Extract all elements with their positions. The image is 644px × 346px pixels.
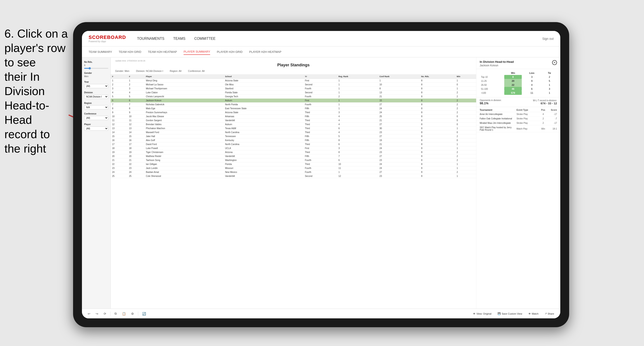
panel-header: Update time: 27/03/2024 16:56:26 Player … (111, 57, 476, 74)
player-rank: 5 (111, 95, 128, 99)
h2h-title: In Division Head-to-Head (480, 60, 514, 63)
table-row[interactable]: 25 25 Cole Sherwood Vanderbilt Second 12… (111, 174, 476, 178)
table-row[interactable]: 2 2 Michael La Sasso Ole Miss Second 1 1… (111, 83, 476, 87)
table-row[interactable]: 19 19 Tiger Christensen Arizona Third 8 … (111, 150, 476, 154)
nav-committee[interactable]: COMMITTEE (194, 36, 216, 42)
player-school: East Tennessee State (224, 107, 304, 111)
region-select[interactable]: N/A (84, 105, 108, 109)
table-row[interactable]: 4 4 Luke Claton Florida State Second 1 1… (111, 91, 476, 95)
player-yr: First (304, 146, 337, 150)
table-row[interactable]: 24 24 Bastian Amat New Mexico Fourth 1 2… (111, 170, 476, 174)
table-row[interactable]: 15 15 Jake Hall Tennessee Fifth 5 27 8 2 (111, 134, 476, 138)
player-reg-rank: 4 (337, 115, 378, 119)
tournament-row[interactable]: SEC Match Play hosted by Jerry Pate Roun… (476, 125, 560, 132)
tournament-row[interactable]: Fallon Oak Collegiate Invitational Strok… (476, 117, 560, 121)
year-select[interactable]: (All) (84, 84, 108, 88)
tournament-pos: 4 (538, 113, 548, 115)
player-conf-rank: 30 (378, 127, 420, 131)
table-row[interactable]: 16 16 Alex Goff Kentucky Fifth 8 19 8 0 (111, 138, 476, 142)
table-row[interactable]: 13 13 Phichaksn Maichon Texas A&M Third … (111, 127, 476, 131)
tab-player-h2h-grid[interactable]: PLAYER H2H GRID (217, 49, 242, 55)
player-yr: Third (304, 127, 337, 131)
tab-team-h2h-heatmap[interactable]: TEAM H2H HEATMAP (148, 49, 177, 55)
player-num: 3 (128, 87, 144, 91)
nav-teams[interactable]: TEAMS (173, 36, 185, 42)
table-row[interactable]: 14 14 Maxwell Ford North Carolina Third … (111, 131, 476, 134)
player-conf-rank: 27 (378, 170, 420, 174)
tablet-frame: SCOREBOARD Powered by clippi TOURNAMENTS… (73, 22, 569, 327)
col-no-rds: No. Rds. (420, 74, 455, 79)
player-name: Michael La Sasso (144, 83, 224, 87)
view-original-button[interactable]: 👁 View: Original (471, 312, 493, 316)
paste-button[interactable]: 📋 (121, 311, 127, 316)
nav-tournaments[interactable]: TOURNAMENTS (137, 36, 164, 42)
division-label: Division (84, 91, 108, 94)
table-row[interactable]: 20 20 Matthew Riedel Vanderbilt Fifth 7 … (111, 154, 476, 158)
tab-team-h2h-grid[interactable]: TEAM H2H GRID (119, 49, 141, 55)
player-num: 10 (128, 115, 144, 119)
undo-button[interactable]: ↩ (86, 311, 92, 316)
table-row[interactable]: 18 18 Luke Powell UCLA First 3 24 8 1 (111, 146, 476, 150)
wl-record-value: 674 - 33 - 12 (540, 102, 557, 105)
save-custom-button[interactable]: 💾 Save Custom View (496, 311, 524, 316)
redo-button[interactable]: ↪ (94, 311, 100, 316)
table-row[interactable]: 21 21 Taehoon Song Washington Fourth 6 2… (111, 158, 476, 162)
table-row[interactable]: 23 23 Jack Lundin Missouri Fourth 11 24 … (111, 166, 476, 170)
player-reg-rank: 6 (337, 142, 378, 146)
table-header-row: # # Player School Yr Reg. Rank Conf Rank… (111, 74, 476, 79)
watch-button[interactable]: 👁 Watch (527, 312, 540, 316)
tab-player-summary[interactable]: PLAYER SUMMARY (184, 49, 210, 55)
opponents-label: Opponents in division: (480, 99, 502, 102)
player-name: Christo Lamprecht (144, 95, 224, 99)
refresh-button[interactable]: 🔄 (141, 311, 147, 316)
player-no-rds: 8 (420, 91, 455, 95)
player-rank: 15 (111, 134, 128, 138)
player-rank: 8 (111, 107, 128, 111)
nav-items: TOURNAMENTS TEAMS COMMITTEE (137, 36, 542, 42)
division-select[interactable]: NCAA Division I (84, 95, 108, 99)
h2h-breakdown-table: Win Loss Tie Top 10 8 3 2 11-25 20 9 5 2… (480, 71, 557, 95)
player-yr: Fifth (304, 115, 337, 119)
player-name: Maxwell Ford (144, 131, 224, 134)
h2h-row: 11-25 20 9 5 (480, 79, 557, 83)
player-no-rds: 8 (420, 115, 455, 119)
conference-select[interactable]: (All) (84, 116, 108, 120)
settings-button[interactable]: ⚙ (130, 311, 135, 316)
share-button[interactable]: ↗ Share (543, 311, 556, 316)
close-h2h-button[interactable]: ✕ (552, 60, 557, 65)
player-num: 6 (128, 99, 144, 103)
table-row[interactable]: 5 5 Christo Lamprecht Georgia Tech Fourt… (111, 95, 476, 99)
table-row[interactable]: 9 9 Preston Summerhays Arizona State Thi… (111, 111, 476, 115)
copy-button[interactable]: ⧉ (113, 311, 118, 316)
table-row[interactable]: 8 8 Mats Ege East Tennessee State Fifth … (111, 107, 476, 111)
table-row[interactable]: 1 1 Wenyi Ding Arizona State First 1 1 8… (111, 79, 476, 83)
player-num: 25 (128, 174, 144, 178)
player-no-rds: 8 (420, 150, 455, 154)
player-yr: Second (304, 174, 337, 178)
player-rank: 16 (111, 138, 128, 142)
h2h-win: 22 (504, 83, 522, 87)
forward-button[interactable]: ⟳ (102, 311, 108, 316)
table-row[interactable]: 17 17 David Ford North Carolina Third 6 … (111, 142, 476, 146)
tournament-row[interactable]: Mirabel Maui Jim Intercollegiate Stroke … (476, 121, 560, 125)
tournament-row[interactable]: Amer Ari Intercollegiate Stroke Play 4 -… (476, 112, 560, 117)
no-rds-slider[interactable] (84, 68, 108, 69)
tab-player-h2h-heatmap[interactable]: PLAYER H2H HEATMAP (249, 49, 281, 55)
table-row[interactable]: 3 3 Michael Thorbjornsen Stanford Fourth… (111, 87, 476, 91)
table-row[interactable]: 22 22 Ian Gilligan Florida Third 10 24 8… (111, 162, 476, 166)
sign-out-button[interactable]: Sign out (542, 37, 554, 40)
player-win: 0 (455, 123, 476, 127)
table-row[interactable]: 11 11 Gordon Sargent Vanderbilt Third 4 … (111, 119, 476, 123)
player-select[interactable]: (All) (84, 127, 108, 131)
table-row[interactable]: 6 6 Jackson Koivun Auburn First 1 15 8 2 (111, 99, 476, 103)
player-no-rds: 8 (420, 138, 455, 142)
tournament-score: -7 (548, 117, 557, 120)
instruction-text: 6. Click on a player's row to see their … (0, 26, 69, 156)
table-row[interactable]: 12 12 Brendan Valdes Auburn Third 4 27 8… (111, 123, 476, 127)
h2h-col-range (480, 71, 504, 75)
tab-team-summary[interactable]: TEAM SUMMARY (88, 49, 112, 55)
player-win: 2 (455, 170, 476, 174)
player-no-rds: 8 (420, 134, 455, 138)
table-row[interactable]: 10 10 Jacob Mac Elease Arkansas Fifth 4 … (111, 115, 476, 119)
table-row[interactable]: 7 7 Nicholas Gabrelcik North Florida Fou… (111, 103, 476, 107)
